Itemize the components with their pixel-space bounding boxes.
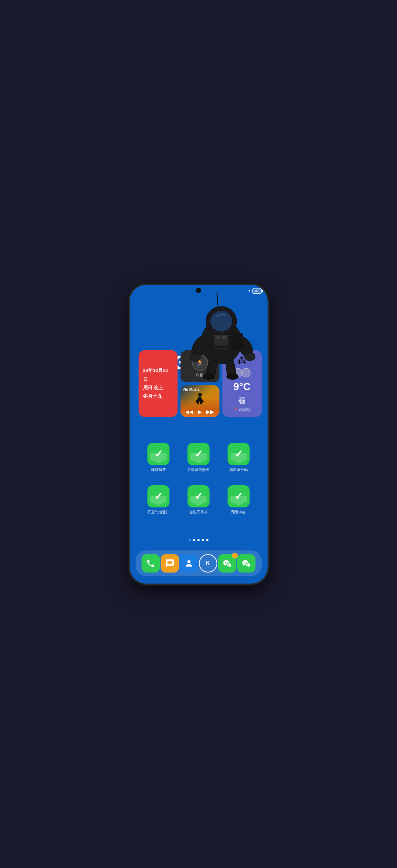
- battery-indicator: 99: [252, 288, 262, 294]
- app-row-1: ✓ 地震预警 ✓ 谷歌基础服务 ✓ 黑名单号码: [139, 443, 259, 472]
- meeting-icon-wrap: ✓: [187, 485, 210, 507]
- location-icon: 📍: [233, 407, 238, 412]
- music-prev-button[interactable]: ◀◀: [185, 409, 193, 415]
- page-dot-3[interactable]: [197, 539, 200, 541]
- meeting-label: 会议工具箱: [189, 510, 208, 514]
- google-icon-wrap: ✓: [187, 443, 210, 465]
- app-row-2: ✓ 开启气泡通知 ✓ 会议工具箱 ✓ 预警中心: [139, 485, 259, 514]
- app-dock: K: [136, 550, 262, 576]
- shield-decoration-3: [230, 453, 247, 464]
- page-dot-1[interactable]: [189, 539, 191, 541]
- calendar-date: 23年12月31日: [143, 366, 173, 383]
- svg-rect-4: [215, 336, 220, 339]
- airplane-icon: ✈: [248, 289, 251, 293]
- calendar-lunar: 冬月十九: [143, 392, 173, 400]
- music-play-button[interactable]: ▶: [198, 409, 202, 415]
- svg-rect-5: [221, 336, 226, 339]
- app-earthquake[interactable]: ✓ 地震预警: [144, 443, 173, 472]
- svg-point-9: [226, 373, 238, 379]
- dock-contacts-icon[interactable]: [180, 554, 198, 573]
- page-indicators: [130, 539, 268, 541]
- weather-location: 📍 武候区: [227, 407, 257, 412]
- svg-point-6: [190, 353, 200, 361]
- svg-point-8: [203, 373, 215, 379]
- earthquake-icon-wrap: ✓: [147, 443, 169, 465]
- camera-notch: [196, 288, 201, 293]
- app-meeting[interactable]: ✓ 会议工具箱: [184, 485, 213, 514]
- dock-phone-icon[interactable]: [142, 554, 160, 573]
- svg-rect-10: [231, 333, 243, 349]
- app-blacklist[interactable]: ✓ 黑名单号码: [224, 443, 253, 472]
- shield-decoration: [150, 453, 167, 464]
- app-google[interactable]: ✓ 谷歌基础服务: [184, 443, 213, 472]
- earthquake-label: 地震预警: [151, 467, 166, 472]
- bubble-icon-wrap: ✓: [147, 485, 169, 507]
- music-next-button[interactable]: ▶▶: [206, 409, 214, 415]
- astronaut-illustration: [176, 288, 264, 380]
- blacklist-label: 黑名单号码: [229, 467, 248, 472]
- shield-decoration-5: [190, 496, 207, 506]
- google-label: 谷歌基础服务: [187, 467, 210, 472]
- status-bar: ✈ 99: [248, 288, 262, 294]
- music-controls: ◀◀ ▶ ▶▶: [180, 409, 219, 415]
- calendar-day: 周日 晚上: [143, 383, 173, 392]
- app-warning[interactable]: ✓ 预警中心: [224, 485, 253, 514]
- svg-point-7: [244, 352, 255, 360]
- kk-label: K: [206, 560, 210, 567]
- dock-wechat-orange-icon[interactable]: [218, 554, 236, 573]
- weather-temperature: 9°C: [227, 381, 257, 393]
- svg-point-13: [198, 393, 202, 397]
- shield-decoration-6: [230, 496, 247, 506]
- wechat-badge: [232, 553, 238, 559]
- warning-label: 预警中心: [231, 510, 246, 514]
- music-widget[interactable]: No Music ◀◀ ▶ ▶▶: [180, 385, 219, 417]
- warning-icon-wrap: ✓: [228, 485, 250, 507]
- shield-decoration-4: [150, 496, 167, 506]
- blacklist-icon-wrap: ✓: [228, 443, 250, 465]
- dock-wechat-green-icon[interactable]: [237, 554, 255, 573]
- phone-frame: ✈ 99: [130, 285, 268, 584]
- page-dot-4[interactable]: [202, 539, 204, 541]
- svg-rect-3: [214, 334, 229, 346]
- battery-level: 99: [255, 289, 258, 293]
- shield-decoration-2: [190, 453, 207, 464]
- page-dot-2[interactable]: [193, 539, 195, 541]
- bubble-label: 开启气泡通知: [147, 510, 169, 514]
- weather-description: 霾: [227, 396, 257, 405]
- dock-kk-icon[interactable]: K: [199, 554, 217, 573]
- music-title: No Music: [183, 387, 200, 392]
- page-dot-5[interactable]: [206, 539, 208, 541]
- calendar-widget[interactable]: 23年12月31日 周日 晚上 冬月十九: [139, 350, 178, 417]
- dock-sms-icon[interactable]: [161, 554, 179, 573]
- app-bubble[interactable]: ✓ 开启气泡通知: [144, 485, 173, 514]
